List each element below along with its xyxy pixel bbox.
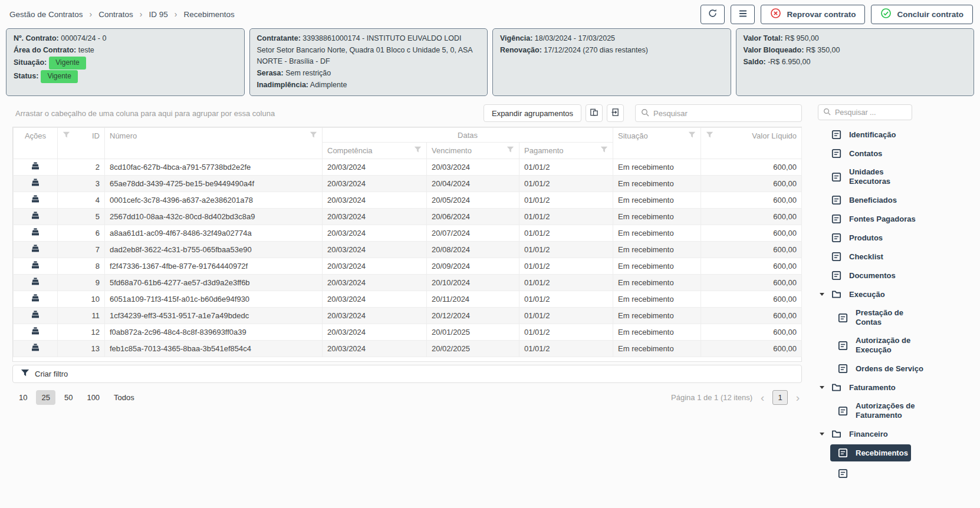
grid-search-input[interactable] [653,109,796,118]
breadcrumb-item[interactable]: Gestão de Contratos [9,10,83,19]
col-header-numero[interactable]: Número [105,128,323,159]
export-xlsx-icon [611,108,620,118]
prev-page-icon[interactable]: ‹ [759,392,765,403]
cash-register-icon[interactable] [31,211,40,220]
cell-numero: 6051a109-71f3-415f-a01c-b60d6e94f930 [105,291,323,308]
reprovar-contrato-button[interactable]: Reprovar contrato [761,5,865,24]
column-chooser-button[interactable] [586,104,603,122]
sidebar-item-beneficiados[interactable]: Beneficiados [817,192,976,209]
sidebar-item-ordens-de-servico[interactable]: Ordens de Serviço [817,360,976,377]
sidebar-item-recebimentos[interactable]: Recebimentos [830,444,911,461]
sidebar-item-faturamento[interactable]: Faturamento [817,379,976,396]
col-header-valor[interactable]: Valor Líquido [701,128,802,159]
sidebar-item-label: Unidades Executoras [849,167,919,186]
sidebar-item-label: Documentos [849,271,896,281]
sidebar-item-autorizacao-de-execucao[interactable]: Autorização de Execução [817,332,976,358]
cell-id: 7 [58,242,105,258]
cash-register-icon[interactable] [31,244,40,253]
sidebar-item-label: Financeiro [849,430,888,439]
sidebar-search-input[interactable] [835,108,900,117]
filter-icon[interactable] [63,131,70,140]
sidebar-item-autorizacoes-de-faturamento[interactable]: Autorizações de Faturamento [817,398,976,424]
page-size-100[interactable]: 100 [81,390,105,405]
collapse-arrow-icon[interactable] [820,433,824,436]
collapse-arrow-icon[interactable] [820,386,824,389]
cash-register-icon[interactable] [31,326,40,336]
sidebar-item-documentos[interactable]: Documentos [817,267,976,284]
sidebar-item-execucao[interactable]: Execução [817,286,976,303]
col-header-pagamento[interactable]: Pagamento [519,143,613,159]
col-header-id[interactable]: ID [58,128,105,159]
col-header-vencimento[interactable]: Vencimento [427,143,519,159]
refresh-button[interactable] [701,5,725,24]
cash-register-icon[interactable] [31,260,40,270]
cell-id: 11 [58,308,105,324]
col-header-acoes[interactable]: Ações [14,128,58,159]
cell-pagamento: 01/01/2 [519,176,613,192]
export-button[interactable] [607,104,624,122]
cash-register-icon[interactable] [31,161,40,171]
card-line: Serasa: Sem restrição [257,68,481,79]
sidebar-item-label: Autorizações de Faturamento [856,401,925,420]
card-line: Vigência: 18/03/2024 - 17/03/2025 [500,33,724,44]
cell-acoes [14,242,58,258]
page-size-50[interactable]: 50 [59,390,78,405]
collapse-arrow-icon[interactable] [820,293,824,296]
cash-register-icon[interactable] [31,194,40,204]
concluir-contrato-button[interactable]: Concluir contrato [871,5,973,24]
sidebar-item-fontes-pagadoras[interactable]: Fontes Pagadoras [817,210,976,227]
sidebar-item-unidades-executoras[interactable]: Unidades Executoras [817,164,976,190]
sidebar-item-checklist[interactable]: Checklist [817,248,976,265]
breadcrumb-item[interactable]: ID 95 [149,10,167,19]
page-number-button[interactable]: 1 [772,390,787,405]
sidebar-item-contatos[interactable]: Contatos [817,145,976,162]
filter-icon[interactable] [688,131,696,140]
col-header-datas[interactable]: Datas [323,128,613,143]
group-by-hint: Arrastar o cabeçalho de uma coluna para … [15,109,275,118]
pager: 102550100Todos Página 1 de 1 (12 itens) … [12,383,802,405]
sidebar-item-label: Identificação [849,130,896,140]
menu-button[interactable] [731,5,755,24]
document-icon [838,448,848,458]
cash-register-icon[interactable] [31,343,40,352]
cell-valor: 600,00 [701,341,802,357]
cell-competencia: 20/03/2024 [323,176,427,192]
cell-competencia: 20/03/2024 [323,291,427,308]
filter-icon[interactable] [310,131,317,140]
cash-register-icon[interactable] [31,227,40,237]
sidebar-item-financeiro[interactable]: Financeiro [817,425,976,443]
cash-register-icon[interactable] [31,293,40,303]
cell-vencimento: 20/05/2024 [427,192,519,209]
cell-valor: 600,00 [701,308,802,324]
create-filter-button[interactable]: Criar filtro [12,365,802,383]
breadcrumb-item[interactable]: Recebimentos [183,10,234,19]
filter-icon[interactable] [706,131,713,140]
page-size-todos[interactable]: Todos [108,390,140,405]
info-card: Valor Total: R$ 950,00Valor Bloqueado: R… [736,28,975,96]
grid-body: 28cd10fac-627b-4bca-a791-57738bd2e2fe20/… [14,159,802,357]
sidebar-item-prestacao-de-contas[interactable]: Prestação de Contas [817,305,976,331]
expand-groups-button[interactable]: Expandir agrupamentos [484,104,581,122]
contract-info-cards: Nº. Contrato: 000074/24 - 0Área do Contr… [0,28,980,96]
refresh-icon [708,8,718,20]
sidebar-item-partial[interactable] [817,465,976,482]
filter-icon[interactable] [414,146,422,155]
filter-icon[interactable] [507,146,514,155]
circle-x-icon [770,8,781,21]
sidebar-item-produtos[interactable]: Produtos [817,229,976,246]
filter-icon[interactable] [600,146,608,155]
card-line: Renovação: 17/12/2024 (270 dias restante… [500,45,724,56]
cash-register-icon[interactable] [31,310,40,319]
sidebar-item-identificacao[interactable]: Identificação [817,126,976,143]
reprovar-contrato-label: Reprovar contrato [787,10,856,19]
col-header-competencia[interactable]: Competência [323,143,427,159]
document-icon [831,233,841,243]
cash-register-icon[interactable] [31,277,40,286]
page-size-25[interactable]: 25 [36,390,55,405]
cash-register-icon[interactable] [31,178,40,187]
col-header-situacao[interactable]: Situação [613,128,701,159]
next-page-icon[interactable]: › [795,392,801,403]
page-size-10[interactable]: 10 [14,390,32,405]
breadcrumb-item[interactable]: Contratos [98,10,133,19]
cell-id: 8 [58,258,105,275]
